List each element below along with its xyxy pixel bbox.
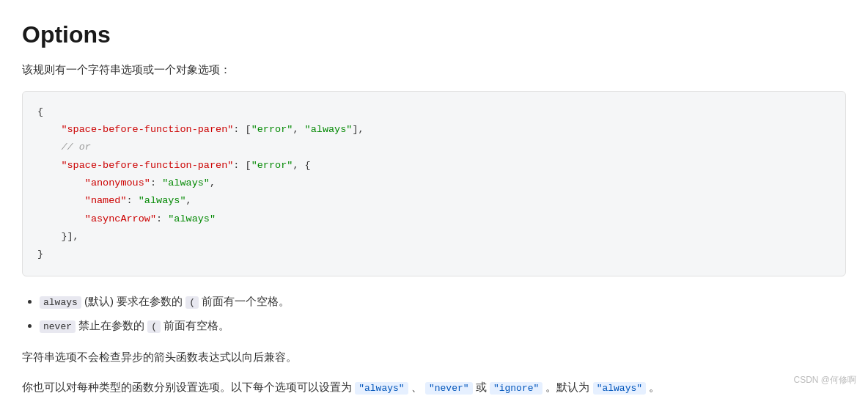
code-block: { "space-before-function-paren": ["error… (22, 91, 846, 276)
para2-sep2: 或 (476, 381, 490, 393)
code-default-always: "always" (593, 382, 646, 395)
code-ignore-option: "ignore" (490, 382, 542, 395)
text-never-suffix: 前面有空格。 (163, 319, 229, 331)
subtitle: 该规则有一个字符串选项或一个对象选项： (22, 60, 846, 79)
code-line-5: "anonymous": "always", (37, 175, 831, 192)
bullets-list-1: always (默认) 要求在参数的 ( 前面有一个空格。 never 禁止在参… (22, 291, 846, 336)
text-never: 禁止在参数的 (78, 319, 147, 331)
para-2: 你也可以对每种类型的函数分别设置选项。以下每个选项可以设置为 "always" … (22, 377, 846, 396)
para2-sep1: 、 (411, 381, 422, 393)
page-title: Options (22, 15, 846, 54)
code-line-7: "asyncArrow": "always" (37, 210, 831, 228)
code-always: always (40, 296, 81, 309)
para2-default-text: 。默认为 (545, 381, 592, 393)
code-never: never (40, 320, 76, 333)
code-line-1: { (37, 103, 831, 121)
code-always-option: "always" (355, 382, 408, 395)
code-paren-1: ( (185, 296, 199, 309)
code-line-9: } (37, 246, 831, 263)
para2-prefix: 你也可以对每种类型的函数分别设置选项。以下每个选项可以设置为 (22, 381, 355, 393)
code-line-4: "space-before-function-paren": ["error",… (37, 157, 831, 175)
code-paren-2: ( (147, 320, 161, 333)
code-line-3: // or (37, 139, 831, 156)
code-line-2: "space-before-function-paren": ["error",… (37, 121, 831, 139)
text-always-suffix: 前面有一个空格。 (202, 295, 290, 307)
para-1: 字符串选项不会检查异步的箭头函数表达式以向后兼容。 (22, 347, 846, 367)
para2-end: 。 (649, 381, 660, 393)
code-line-8: }], (37, 228, 831, 246)
list-item-never: never 禁止在参数的 ( 前面有空格。 (40, 315, 846, 335)
code-never-option: "never" (425, 382, 473, 395)
list-item-always: always (默认) 要求在参数的 ( 前面有一个空格。 (40, 291, 846, 311)
text-always: (默认) 要求在参数的 (84, 295, 185, 307)
watermark: CSDN @何修啊 (793, 373, 856, 387)
code-line-6: "named": "always", (37, 192, 831, 210)
